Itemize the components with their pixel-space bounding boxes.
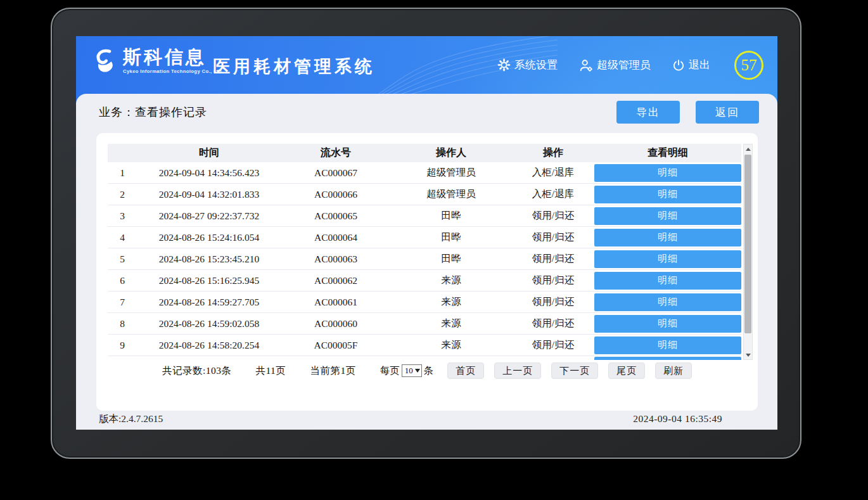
detail-button[interactable]: 明细 xyxy=(594,186,741,203)
table-row: 12024-09-04 14:34:56.423AC000067超级管理员入柜/… xyxy=(108,162,741,184)
table-row: 32024-08-27 09:22:37.732AC000065田晔领用/归还明… xyxy=(108,205,741,227)
cell-time: 2024-09-04 14:32:01.833 xyxy=(137,189,281,200)
cell-operator: 超级管理员 xyxy=(390,166,512,179)
table-row: 72024-08-26 14:59:27.705AC000061来源领用/归还明… xyxy=(108,292,741,313)
table-row: 82024-08-26 14:59:02.058AC000060来源领用/归还明… xyxy=(108,313,741,335)
table-row: 62024-08-26 15:16:25.945AC000062来源领用/归还明… xyxy=(108,270,741,292)
content-panel: 业务：查看操作记录 导出 返回 时间 流水号 操作人 操作 查看明细 xyxy=(76,94,777,430)
header-menu: 系统设置 超级管理员 xyxy=(497,36,763,94)
cell-serial: AC000067 xyxy=(281,167,390,179)
brand: 斯科信息 Cykeo Information Technology Co., L… xyxy=(91,48,224,74)
cell-serial: AC000060 xyxy=(281,318,390,330)
cell-time: 2024-08-26 15:23:45.210 xyxy=(137,253,281,265)
pagination-bar: 共记录数:103条 共11页 当前第1页 每页 10 条 首页 上一页 下一页 xyxy=(96,361,758,380)
logout-button[interactable]: 退出 xyxy=(672,58,710,72)
last-page-button[interactable]: 尾页 xyxy=(608,362,645,379)
first-page-button[interactable]: 首页 xyxy=(447,362,484,379)
detail-button[interactable]: 明细 xyxy=(594,315,741,333)
logout-label: 退出 xyxy=(689,58,710,72)
detail-button[interactable]: 明细 xyxy=(594,337,741,354)
status-bar: 版本:2.4.7.2615 2024-09-04 16:35:49 xyxy=(99,412,722,426)
cell-operation: 入柜/退库 xyxy=(512,166,594,179)
brand-subtitle: Cykeo Information Technology Co., Ltd. xyxy=(123,68,224,74)
current-user-button[interactable]: 超级管理员 xyxy=(579,58,651,72)
next-page-button[interactable]: 下一页 xyxy=(551,362,598,379)
per-page-control: 每页 10 条 xyxy=(380,364,434,378)
cell-operation: 领用/归还 xyxy=(512,209,594,222)
breadcrumb: 业务：查看操作记录 xyxy=(99,105,207,120)
row-index: 5 xyxy=(108,253,137,265)
tablet-frame: 斯科信息 Cykeo Information Technology Co., L… xyxy=(51,8,801,459)
col-time: 时间 xyxy=(137,146,281,160)
counter-badge[interactable]: 57 xyxy=(734,51,763,80)
scroll-up-arrow-icon[interactable] xyxy=(744,144,752,153)
table-row: 92024-08-26 14:58:20.254AC00005F来源领用/归还明… xyxy=(108,335,741,356)
cell-time: 2024-08-26 14:59:02.058 xyxy=(137,318,281,330)
prev-page-button[interactable]: 上一页 xyxy=(494,362,541,379)
cell-operation: 领用/归还 xyxy=(512,231,594,244)
table-row: 52024-08-26 15:23:45.210AC000063田晔领用/归还明… xyxy=(108,248,741,270)
row-index: 2 xyxy=(108,189,137,200)
cell-operator: 来源 xyxy=(390,295,512,309)
row-index: 6 xyxy=(108,275,137,286)
table-scrollbar[interactable] xyxy=(743,144,753,360)
refresh-button[interactable]: 刷新 xyxy=(655,362,692,379)
records-card: 时间 流水号 操作人 操作 查看明细 12024-09-04 14:34:56.… xyxy=(96,133,758,411)
cell-serial: AC000062 xyxy=(281,275,390,286)
cell-time: 2024-09-04 14:34:56.423 xyxy=(137,167,281,179)
cell-operation: 领用/归还 xyxy=(512,338,594,352)
table-header-row: 时间 流水号 操作人 操作 查看明细 xyxy=(108,144,741,162)
detail-button[interactable]: 明细 xyxy=(594,164,741,182)
cell-serial: AC000066 xyxy=(281,189,390,200)
cell-operator: 田晔 xyxy=(390,252,512,266)
detail-button[interactable]: 明细 xyxy=(594,207,741,225)
chevron-down-icon xyxy=(415,369,420,373)
cell-operation: 入柜/退库 xyxy=(512,188,594,201)
back-button[interactable]: 返回 xyxy=(696,101,759,124)
cell-operation: 领用/归还 xyxy=(512,274,594,287)
cell-time: 2024-08-26 15:24:16.054 xyxy=(137,232,281,243)
cell-operation: 领用/归还 xyxy=(512,317,594,330)
detail-button[interactable]: 明细 xyxy=(594,229,741,247)
cell-time: 2024-08-26 14:58:20.254 xyxy=(137,340,281,351)
scroll-down-arrow-icon[interactable] xyxy=(744,350,752,359)
cell-operation: 领用/归还 xyxy=(512,295,594,309)
per-page-select[interactable]: 10 xyxy=(402,364,422,377)
row-index: 8 xyxy=(108,318,137,330)
total-pages: 共11页 xyxy=(255,364,286,378)
cell-operator: 来源 xyxy=(390,317,512,330)
cell-serial: AC000064 xyxy=(281,232,390,243)
app-screen: 斯科信息 Cykeo Information Technology Co., L… xyxy=(76,36,777,430)
system-settings-button[interactable]: 系统设置 xyxy=(497,58,558,72)
clipped-next-row-detail-button[interactable] xyxy=(594,357,741,360)
scrollbar-thumb[interactable] xyxy=(744,155,751,333)
system-settings-label: 系统设置 xyxy=(514,58,558,72)
row-index: 3 xyxy=(108,210,137,222)
row-index: 9 xyxy=(108,340,137,351)
col-operator: 操作人 xyxy=(390,146,512,160)
per-page-value: 10 xyxy=(405,366,413,376)
cell-serial: AC000061 xyxy=(281,297,390,308)
cell-time: 2024-08-27 09:22:37.732 xyxy=(137,210,281,222)
cell-time: 2024-08-26 15:16:25.945 xyxy=(137,275,281,286)
cell-serial: AC00005F xyxy=(281,340,390,351)
total-records: 共记录数:103条 xyxy=(162,364,232,378)
row-index: 7 xyxy=(108,297,137,308)
detail-button[interactable]: 明细 xyxy=(594,272,741,290)
cell-operator: 田晔 xyxy=(390,231,512,244)
cell-operator: 田晔 xyxy=(390,209,512,222)
brand-swan-logo-icon xyxy=(91,48,118,74)
row-index: 1 xyxy=(108,167,137,179)
cell-operator: 来源 xyxy=(390,274,512,287)
table-body: 12024-09-04 14:34:56.423AC000067超级管理员入柜/… xyxy=(108,162,753,356)
export-button[interactable]: 导出 xyxy=(616,101,680,124)
detail-button[interactable]: 明细 xyxy=(594,250,741,268)
gear-icon xyxy=(497,58,511,72)
col-serial: 流水号 xyxy=(281,146,390,160)
col-operation: 操作 xyxy=(512,146,594,160)
detail-button[interactable]: 明细 xyxy=(594,293,741,311)
brand-name: 斯科信息 xyxy=(123,48,224,67)
per-page-suffix: 条 xyxy=(424,364,434,378)
per-page-prefix: 每页 xyxy=(380,364,400,378)
table-row: 22024-09-04 14:32:01.833AC000066超级管理员入柜/… xyxy=(108,184,741,205)
